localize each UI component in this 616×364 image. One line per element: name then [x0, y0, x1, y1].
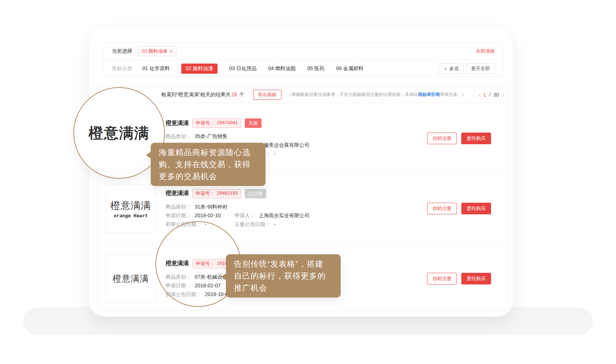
disclaimer-text: （商标检索结果仅供参考，不作为商标能否注册的法律依据；具体以商标局官网查询为准。…: [287, 92, 466, 98]
entrust-purchase-button[interactable]: 委托购买: [461, 273, 491, 284]
entrust-purchase-button[interactable]: 委托购买: [461, 203, 491, 214]
status-badge: 已注册: [245, 189, 266, 198]
page-separator: /: [489, 92, 491, 98]
field-value: 35类-广告销售: [195, 132, 227, 141]
category-row-label: 商标分类: [112, 65, 132, 72]
trademark-image-text: 橙意满满: [110, 199, 151, 212]
trademark-image-text: 橙意满满: [113, 273, 149, 284]
results-unit: 个: [239, 92, 244, 97]
application-number-badge: 申请号：29474941: [192, 118, 241, 128]
trademark-image[interactable]: 橙意满满 orange Heart: [105, 184, 156, 233]
row-actions: 自助注册 委托购买: [427, 273, 491, 284]
selected-filter-chip[interactable]: 02 颜料油漆 ×: [138, 46, 177, 56]
field-label: 申请人：: [235, 211, 255, 220]
multi-select-button[interactable]: ＋ 多选: [438, 63, 463, 74]
application-number-label: 申请号：: [196, 120, 215, 126]
field-value: 2018-02-07: [195, 281, 221, 290]
page: 当前选择 02 颜料油漆 × 全部清除 商标分类 01 化学原料 02 颜料油漆…: [0, 0, 616, 364]
entrust-purchase-button[interactable]: 委托购买: [461, 133, 491, 144]
tooltip-text-line: 海量精品商标资源随心选: [159, 146, 258, 158]
self-register-button[interactable]: 自助注册: [427, 133, 457, 144]
field-label: 申请日期：: [166, 281, 191, 290]
trademark-office-link[interactable]: 商标局官网: [418, 92, 440, 97]
category-row: 商标分类 01 化学原料 02 颜料油漆 03 日化用品 04 燃料油脂 05 …: [104, 60, 503, 77]
pagination: ‹ 1 / 30 ›: [474, 86, 508, 103]
tooltip-text-line: 推广机会: [234, 282, 333, 294]
field-value: 上海雨步实业有限公司: [259, 211, 309, 220]
field-value: 安徽美达会展有限公司: [259, 141, 309, 149]
status-badge: 无效: [245, 118, 262, 128]
trademark-details: 橙意满满 申请号：29482153 已注册 商品类别：31类-饲料种籽 申请日期…: [166, 189, 427, 228]
filter-panel: 当前选择 02 颜料油漆 × 全部清除 商标分类 01 化学原料 02 颜料油漆…: [104, 43, 503, 77]
magnified-trademark-text: 橙意满满: [89, 123, 150, 143]
application-number-value: 29482153: [217, 190, 238, 197]
category-item-06[interactable]: 06 金属材料: [336, 65, 363, 72]
tooltip-text-line: 自己的标行，获得更多的: [234, 270, 333, 282]
field-label: 初审公告日期：: [166, 290, 201, 299]
promo-tooltip-promotion: 告别传统“发表格”，搭建 自己的标行，获得更多的 推广机会: [226, 254, 341, 298]
application-number-label: 申请号：: [196, 260, 215, 267]
clear-all-button[interactable]: 全部清除: [476, 48, 495, 54]
results-info-bar: 检索到“橙意满满”相关的结果共28 个 导出商标 （商标检索结果仅供参考，不作为…: [98, 86, 508, 103]
application-number-label: 申请号：: [196, 190, 215, 197]
results-summary-area: 检索到“橙意满满”相关的结果共28 个 导出商标 （商标检索结果仅供参考，不作为…: [98, 86, 474, 103]
trademark-image-subtext: orange Heart: [114, 213, 148, 218]
current-selection-label: 当前选择: [112, 48, 132, 54]
field-value: 2018-02-10: [195, 211, 221, 220]
field-label: 商品类别：: [166, 132, 191, 141]
category-item-05[interactable]: 05 医药: [307, 65, 324, 72]
field-value: -: [205, 220, 207, 228]
total-pages: 30: [494, 92, 499, 98]
field-label: 初审公告日期：: [166, 220, 201, 228]
field-label: 注册公告日期：: [235, 220, 270, 228]
field-label: 申请日期：: [166, 211, 191, 220]
current-page: 1: [483, 92, 486, 98]
self-register-button[interactable]: 自助注册: [427, 203, 457, 214]
category-item-01[interactable]: 01 化学原料: [142, 65, 170, 72]
tooltip-arrow-icon: [146, 151, 151, 159]
category-tools: ＋ 多选 展开全部: [438, 63, 495, 74]
field-label: 商品类别：: [166, 272, 191, 281]
disclaimer-post: 查询为准。）: [440, 92, 466, 97]
category-item-03[interactable]: 03 日化用品: [229, 65, 256, 72]
tooltip-text-line: 更多的交易机会: [159, 170, 258, 182]
tooltip-text-line: 告别传统“发表格”，搭建: [234, 258, 333, 270]
row-actions: 自助注册 委托购买: [427, 203, 491, 214]
application-number-badge: 申请号：29482153: [192, 189, 241, 198]
prev-page-icon[interactable]: ‹: [478, 92, 481, 98]
summary-text: 检索到“橙意满满”相关的结果共: [161, 92, 231, 97]
field-value: -: [274, 220, 276, 228]
results-count: 28: [231, 92, 238, 97]
tooltip-arrow-icon: [221, 273, 226, 280]
current-selection-row: 当前选择 02 颜料油漆 × 全部清除: [104, 43, 503, 60]
close-icon[interactable]: ×: [170, 49, 173, 54]
field-value: 31类-饲料种籽: [195, 202, 227, 211]
trademark-image[interactable]: 橙意满满: [105, 254, 156, 303]
trademark-name[interactable]: 橙意满满: [166, 190, 189, 197]
field-value: -: [274, 149, 276, 158]
export-trademark-button[interactable]: 导出商标: [253, 90, 281, 100]
promo-tooltip-trade: 海量精品商标资源随心选 购。支持在线交易，获得 更多的交易机会: [151, 143, 266, 186]
results-summary: 检索到“橙意满满”相关的结果共28 个: [161, 92, 244, 98]
trademark-name[interactable]: 橙意满满: [166, 120, 189, 127]
row-actions: 自助注册 委托购买: [427, 133, 491, 144]
next-page-icon[interactable]: ›: [502, 92, 504, 98]
selected-filter-label: 02 颜料油漆: [142, 48, 167, 54]
field-label: 商品类别：: [166, 202, 191, 211]
expand-all-button[interactable]: 展开全部: [466, 63, 495, 74]
self-register-button[interactable]: 自助注册: [427, 273, 457, 284]
trademark-name[interactable]: 橙意满满: [166, 260, 189, 267]
tooltip-text-line: 购。支持在线交易，获得: [159, 158, 258, 170]
disclaimer-pre: （商标检索结果仅供参考，不作为商标能否注册的法律依据；具体以: [287, 92, 418, 97]
application-number-value: 29474941: [217, 120, 238, 126]
category-item-04[interactable]: 04 燃料油脂: [268, 65, 295, 72]
category-item-02-selected[interactable]: 02 颜料油漆: [181, 64, 217, 74]
